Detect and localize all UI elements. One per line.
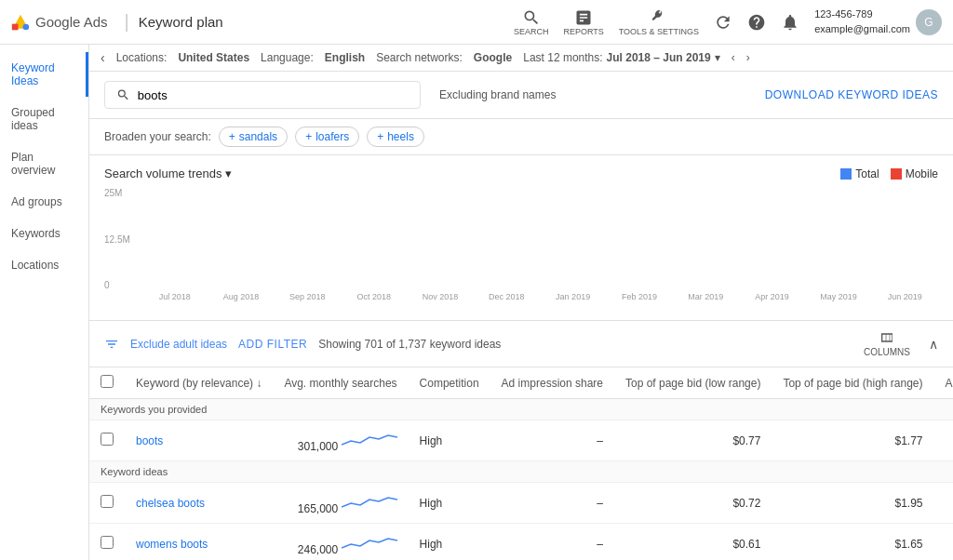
sidebar-item-keywords[interactable]: Keywords (0, 218, 88, 249)
bid-low-header[interactable]: Top of page bid (low range) (614, 367, 772, 399)
keyword-link[interactable]: womens boots (136, 538, 208, 551)
table-row: chelsea boots 165,000 High – $0.72 $1.95 (89, 483, 953, 524)
app-name: Google Ads (35, 14, 108, 30)
add-filter-button[interactable]: ADD FILTER (238, 338, 307, 351)
nav-separator: | (125, 11, 129, 33)
date-label: Last 12 months: (523, 51, 602, 64)
network-label: Search networks: (376, 51, 463, 64)
search-nav-icon[interactable]: SEARCH (514, 8, 549, 36)
download-keyword-ideas-button[interactable]: DOWNLOAD KEYWORD IDEAS (765, 88, 938, 101)
top-nav-icons: SEARCH REPORTS TOOLS & SETTINGS 123-456-… (514, 7, 942, 36)
bid-high-cell: $1.77 (772, 420, 933, 461)
chart-x-label: Dec 2018 (474, 292, 540, 309)
table-row: womens boots 246,000 High – $0.61 $1.65 (89, 524, 953, 561)
chart-x-label: Oct 2018 (341, 292, 407, 309)
top-nav: Google Ads | Keyword plan SEARCH REPORTS… (0, 0, 953, 45)
broaden-chip-label: heels (387, 130, 414, 143)
broaden-chip-sandals[interactable]: + sandals (219, 127, 288, 147)
date-prev-button[interactable]: ‹ (732, 51, 735, 64)
keyword-link[interactable]: boots (136, 434, 163, 447)
competition-cell: High (409, 524, 490, 561)
broaden-chip-heels[interactable]: + heels (367, 127, 424, 147)
tools-nav-label: TOOLS & SETTINGS (619, 27, 699, 36)
row-checkbox[interactable] (101, 433, 114, 446)
account-status-cell (934, 420, 953, 461)
avg-searches-cell: 165,000 (273, 483, 408, 524)
legend-total-color (840, 168, 852, 180)
avg-searches-cell: 301,000 (273, 420, 408, 461)
table-toolbar: Exclude adult ideas ADD FILTER Showing 7… (89, 321, 953, 367)
search-nav-label: SEARCH (514, 27, 549, 36)
row-checkbox-cell[interactable] (89, 483, 125, 524)
reports-nav-label: REPORTS (563, 27, 603, 36)
select-all-checkbox[interactable] (101, 375, 114, 388)
svg-point-1 (23, 23, 30, 30)
location-value[interactable]: United States (178, 51, 249, 64)
trend-sparkline (342, 531, 397, 553)
network-value[interactable]: Google (474, 51, 512, 64)
chart-title-toggle[interactable]: Search volume trends ▾ (104, 167, 232, 180)
sidebar-item-ad-groups[interactable]: Ad groups (0, 186, 88, 218)
sort-icon: ↓ (256, 377, 262, 390)
tools-nav-icon[interactable]: TOOLS & SETTINGS (619, 8, 699, 36)
competition-cell: High (409, 483, 490, 524)
avg-searches-header[interactable]: Avg. monthly searches (273, 367, 408, 399)
select-all-header[interactable] (89, 367, 125, 399)
help-nav-button[interactable] (747, 13, 766, 32)
table-row: boots 301,000 High – $0.77 $1.77 (89, 420, 953, 461)
legend-mobile-color (891, 168, 902, 180)
plus-icon: + (377, 130, 383, 143)
provided-section-header: Keywords you provided (89, 399, 953, 420)
account-email: example@gmail.com (814, 22, 910, 36)
chart-x-label: Sep 2018 (275, 292, 341, 309)
excluding-label: Excluding brand names (439, 88, 556, 101)
keyword-search-input[interactable] (138, 88, 409, 102)
account-status-cell (934, 524, 953, 561)
keyword-cell: chelsea boots (125, 483, 273, 524)
reports-nav-icon[interactable]: REPORTS (563, 8, 603, 36)
exclude-adult-ideas-link[interactable]: Exclude adult ideas (130, 338, 227, 351)
broaden-chip-loafers[interactable]: + loafers (295, 127, 359, 147)
keyword-cell: womens boots (125, 524, 273, 561)
ad-impression-header[interactable]: Ad impression share (490, 367, 614, 399)
sidebar-item-locations[interactable]: Locations (0, 249, 88, 281)
chart-x-label: Apr 2019 (739, 292, 805, 309)
chart-header: Search volume trends ▾ Total Mobile (104, 167, 938, 180)
account-status-cell (934, 483, 953, 524)
columns-label: COLUMNS (864, 347, 910, 357)
keyword-link[interactable]: chelsea boots (136, 497, 205, 510)
avg-searches-value: 246,000 (298, 543, 338, 556)
competition-header[interactable]: Competition (409, 367, 490, 399)
notifications-nav-button[interactable] (781, 13, 799, 32)
main-layout: Keyword Ideas Grouped ideas Plan overvie… (0, 45, 953, 560)
sidebar-item-plan-overview[interactable]: Plan overview (0, 141, 88, 186)
keyword-header[interactable]: Keyword (by relevance) ↓ (125, 367, 273, 399)
collapse-table-button[interactable]: ∧ (929, 337, 938, 352)
columns-icon (879, 330, 894, 345)
row-checkbox-cell[interactable] (89, 524, 125, 561)
sidebar-collapse-button[interactable]: ‹ (101, 50, 105, 65)
avg-searches-value: 301,000 (298, 440, 338, 453)
chart-bars-area (141, 188, 938, 290)
columns-button[interactable]: COLUMNS (864, 330, 910, 357)
account-status-header[interactable]: Account status (934, 367, 953, 399)
sidebar-item-keyword-ideas[interactable]: Keyword Ideas (0, 52, 88, 97)
chart-x-label: Feb 2019 (606, 292, 672, 309)
sidebar-item-grouped-ideas[interactable]: Grouped ideas (0, 97, 88, 141)
chart-x-label: Aug 2018 (208, 292, 274, 309)
language-value[interactable]: English (325, 51, 365, 64)
chart-legend: Total Mobile (840, 167, 938, 180)
bid-high-header[interactable]: Top of page bid (high range) (772, 367, 933, 399)
y-label-25m: 25M (104, 188, 141, 198)
search-bar: Excluding brand names DOWNLOAD KEYWORD I… (89, 72, 953, 119)
account-phone: 123-456-789 (814, 7, 910, 21)
keyword-search-field-wrap (104, 81, 421, 109)
refresh-nav-button[interactable] (714, 13, 732, 32)
row-checkbox-cell[interactable] (89, 420, 125, 461)
date-next-button[interactable]: › (746, 51, 750, 64)
chart-dropdown-icon: ▾ (225, 167, 232, 180)
row-checkbox[interactable] (101, 536, 114, 549)
date-range-selector[interactable]: Last 12 months: Jul 2018 – Jun 2019 ▾ (523, 51, 719, 64)
row-checkbox[interactable] (101, 495, 114, 508)
account-info[interactable]: 123-456-789 example@gmail.com G (814, 7, 942, 36)
